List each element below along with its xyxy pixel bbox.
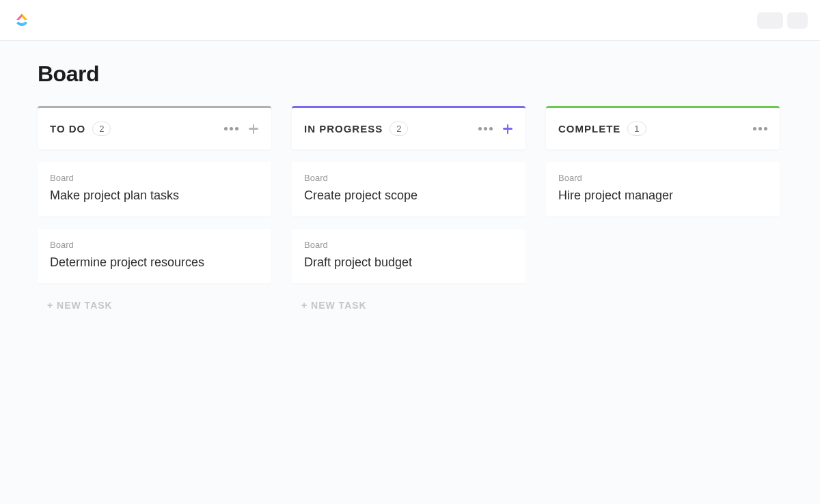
add-task-icon[interactable]	[502, 124, 513, 135]
column-actions	[753, 127, 767, 130]
new-task-button[interactable]: + NEW TASK	[292, 296, 377, 315]
task-card[interactable]: Board Make project plan tasks	[38, 162, 271, 216]
header-button-1[interactable]	[757, 12, 783, 29]
page-title: Board	[38, 61, 782, 87]
header-button-2[interactable]	[787, 12, 808, 29]
task-category: Board	[304, 173, 513, 183]
task-category: Board	[304, 240, 513, 250]
task-card[interactable]: Board Draft project budget	[292, 229, 525, 283]
count-badge: 2	[92, 122, 111, 136]
column-complete: COMPLETE 1 Board Hire project manager	[546, 106, 780, 315]
column-title-wrap: COMPLETE 1	[558, 122, 646, 136]
task-title: Hire project manager	[558, 188, 767, 203]
add-task-icon[interactable]	[248, 124, 259, 135]
column-title: COMPLETE	[558, 123, 620, 135]
header-actions	[757, 12, 808, 29]
column-title: TO DO	[50, 123, 85, 135]
app-header	[0, 0, 820, 41]
task-title: Create project scope	[304, 188, 513, 203]
main-board-area: Board TO DO 2 Board Make project plan ta…	[0, 41, 820, 504]
more-icon[interactable]	[478, 127, 493, 130]
task-category: Board	[50, 240, 259, 250]
column-title: IN PROGRESS	[304, 123, 383, 135]
task-title: Make project plan tasks	[50, 188, 259, 203]
task-title: Draft project budget	[304, 255, 513, 270]
more-icon[interactable]	[224, 127, 238, 130]
column-header-complete: COMPLETE 1	[546, 106, 780, 150]
task-category: Board	[50, 173, 259, 183]
task-title: Determine project resources	[50, 255, 259, 270]
app-logo[interactable]	[12, 11, 31, 30]
task-category: Board	[558, 173, 767, 183]
column-title-wrap: IN PROGRESS 2	[304, 122, 408, 136]
new-task-button[interactable]: + NEW TASK	[38, 296, 122, 315]
column-actions	[478, 124, 513, 135]
column-actions	[224, 124, 259, 135]
more-icon[interactable]	[753, 127, 767, 130]
task-card[interactable]: Board Hire project manager	[546, 162, 780, 216]
task-card[interactable]: Board Determine project resources	[38, 229, 271, 283]
task-card[interactable]: Board Create project scope	[292, 162, 525, 216]
column-in-progress: IN PROGRESS 2 Board Create project scope…	[292, 106, 525, 315]
board-columns: TO DO 2 Board Make project plan tasks Bo…	[38, 106, 782, 315]
count-badge: 2	[390, 122, 408, 136]
column-header-todo: TO DO 2	[38, 106, 271, 150]
column-title-wrap: TO DO 2	[50, 122, 111, 136]
count-badge: 1	[627, 122, 646, 136]
column-header-progress: IN PROGRESS 2	[292, 106, 525, 150]
column-todo: TO DO 2 Board Make project plan tasks Bo…	[38, 106, 271, 315]
